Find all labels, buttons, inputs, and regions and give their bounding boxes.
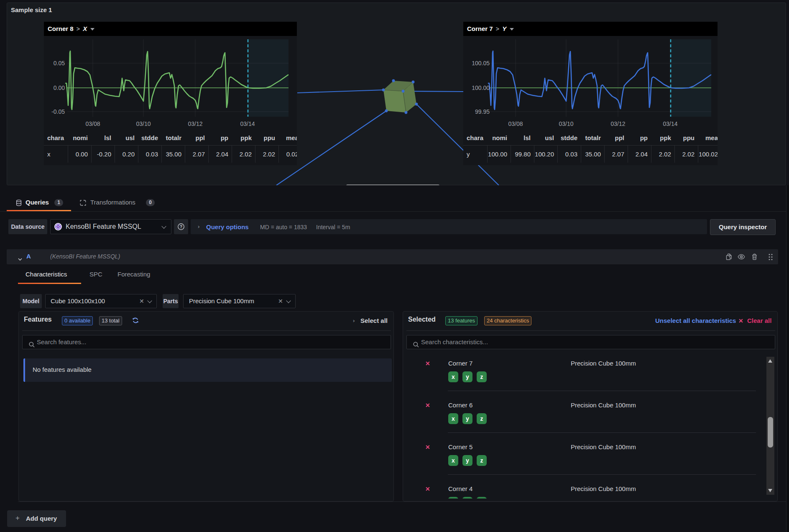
svg-text:-0.05: -0.05	[51, 108, 65, 115]
svg-text:03/14: 03/14	[240, 120, 255, 127]
svg-text:100.05: 100.05	[472, 60, 490, 66]
svg-text:03/08: 03/08	[85, 120, 100, 127]
svg-text:99.95: 99.95	[475, 108, 490, 115]
svg-text:0.00: 0.00	[54, 84, 65, 91]
svg-text:03/08: 03/08	[508, 120, 523, 127]
svg-text:100.00: 100.00	[472, 84, 490, 91]
svg-text:03/10: 03/10	[559, 120, 573, 127]
svg-text:03/14: 03/14	[663, 120, 677, 127]
svg-text:03/12: 03/12	[610, 120, 625, 127]
svg-text:0.05: 0.05	[54, 60, 65, 66]
svg-text:03/10: 03/10	[136, 120, 151, 127]
svg-text:?: ?	[180, 225, 182, 229]
svg-text:03/12: 03/12	[188, 120, 202, 127]
